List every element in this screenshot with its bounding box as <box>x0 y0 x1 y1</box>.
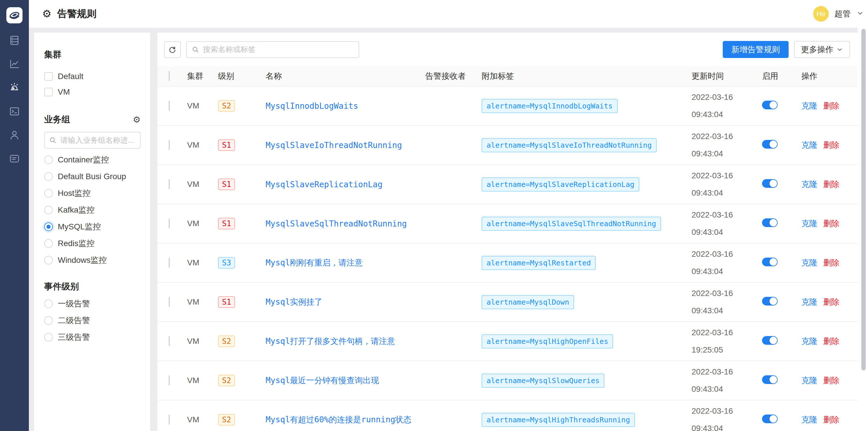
add-rule-button[interactable]: 新增告警规则 <box>723 41 788 58</box>
enable-toggle[interactable] <box>762 140 778 148</box>
radio-option[interactable]: Host监控 <box>44 185 141 202</box>
enable-toggle[interactable] <box>762 179 778 188</box>
radio-icon[interactable] <box>44 206 53 214</box>
row-checkbox[interactable] <box>168 219 170 229</box>
rule-name-link[interactable]: Mysql刚刚有重启，请注意 <box>266 258 363 267</box>
delete-link[interactable]: 删除 <box>823 297 839 307</box>
nav-infrastructure[interactable] <box>0 29 29 52</box>
enable-toggle[interactable] <box>762 101 778 109</box>
row-cluster: VM <box>187 180 218 189</box>
nav-terminal[interactable] <box>0 100 29 123</box>
updated-date: 2022-03-16 <box>691 329 762 337</box>
enable-toggle[interactable] <box>762 336 778 345</box>
radio-option[interactable]: Kafka监控 <box>44 202 141 219</box>
rules-search-input[interactable] <box>203 45 354 54</box>
radio-option[interactable]: Redis监控 <box>44 235 141 252</box>
rule-name-link[interactable]: Mysql实例挂了 <box>266 297 322 307</box>
server-stack-icon <box>9 35 20 46</box>
delete-link[interactable]: 删除 <box>823 218 839 229</box>
event-level-filter-list: 一级告警二级告警三级告警 <box>44 295 141 345</box>
refresh-button[interactable] <box>164 41 181 58</box>
table-toolbar: 新增告警规则 更多操作 <box>157 33 858 66</box>
busi-group-search <box>44 132 141 148</box>
table-row: VM S2 Mysql有超过60%的连接是running状态 alertname… <box>157 400 858 431</box>
delete-link[interactable]: 删除 <box>823 179 839 190</box>
scrollbar-thumb[interactable] <box>861 29 866 370</box>
checkbox-icon[interactable] <box>44 72 53 81</box>
checkbox-icon[interactable] <box>44 88 53 96</box>
radio-option[interactable]: Default Busi Group <box>44 168 141 185</box>
clone-link[interactable]: 克隆 <box>801 140 817 151</box>
rule-name-link[interactable]: Mysql最近一分钟有慢查询出现 <box>266 376 379 385</box>
radio-icon[interactable] <box>44 239 53 248</box>
busi-group-search-input[interactable] <box>60 136 136 145</box>
enable-toggle[interactable] <box>762 415 778 423</box>
rule-name-link[interactable]: Mysql打开了很多文件句柄，请注意 <box>266 336 395 346</box>
radio-icon[interactable] <box>44 172 53 181</box>
clone-link[interactable]: 克隆 <box>801 297 817 307</box>
updated-date: 2022-03-16 <box>691 250 762 258</box>
radio-icon[interactable] <box>44 299 53 308</box>
delete-link[interactable]: 删除 <box>823 257 839 268</box>
nav-users[interactable] <box>0 123 29 147</box>
rule-name-link[interactable]: MysqlSlaveSqlThreadNotRunning <box>266 219 407 229</box>
row-checkbox[interactable] <box>168 101 170 111</box>
radio-icon[interactable] <box>44 333 53 341</box>
tag-chip: alertname=MysqlSlaveIoThreadNotRunning <box>482 138 657 152</box>
rule-name-link[interactable]: MysqlInnodbLogWaits <box>266 101 358 111</box>
busi-group-settings-gear-icon[interactable]: ⚙ <box>133 115 141 124</box>
clone-link[interactable]: 克隆 <box>801 179 817 190</box>
updated-clock: 09:43:04 <box>691 189 762 197</box>
row-checkbox[interactable] <box>168 415 170 425</box>
radio-icon[interactable] <box>44 156 53 164</box>
clone-link[interactable]: 克隆 <box>801 375 817 386</box>
enable-toggle[interactable] <box>762 219 778 227</box>
radio-icon[interactable] <box>44 223 53 231</box>
row-updated-time: 2022-03-16 09:43:04 <box>691 93 762 119</box>
row-checkbox[interactable] <box>168 179 170 189</box>
delete-link[interactable]: 删除 <box>823 140 839 151</box>
radio-icon[interactable] <box>44 316 53 325</box>
clone-link[interactable]: 克隆 <box>801 414 817 425</box>
radio-option[interactable]: 二级告警 <box>44 312 141 329</box>
radio-icon[interactable] <box>44 256 53 265</box>
enable-toggle[interactable] <box>762 258 778 266</box>
updated-clock: 09:43:04 <box>691 150 762 158</box>
clone-link[interactable]: 克隆 <box>801 218 817 229</box>
delete-link[interactable]: 删除 <box>823 100 839 111</box>
row-checkbox[interactable] <box>168 258 170 268</box>
clone-link[interactable]: 克隆 <box>801 336 817 347</box>
select-all-checkbox[interactable] <box>168 71 170 81</box>
rule-name-link[interactable]: MysqlSlaveIoThreadNotRunning <box>266 140 402 150</box>
nav-alerts[interactable] <box>0 76 29 100</box>
radio-option[interactable]: 一级告警 <box>44 295 141 312</box>
row-checkbox[interactable] <box>168 297 170 307</box>
clone-link[interactable]: 克隆 <box>801 257 817 268</box>
more-actions-button[interactable]: 更多操作 <box>794 41 850 58</box>
rule-name-link[interactable]: MysqlSlaveReplicationLag <box>266 180 382 189</box>
clone-link[interactable]: 克隆 <box>801 100 817 111</box>
rule-name-link[interactable]: Mysql有超过60%的连接是running状态 <box>266 415 411 424</box>
delete-link[interactable]: 删除 <box>823 336 839 347</box>
row-checkbox[interactable] <box>168 140 170 150</box>
enable-toggle[interactable] <box>762 375 778 384</box>
nav-metrics[interactable] <box>0 52 29 76</box>
row-checkbox[interactable] <box>168 336 170 346</box>
user-menu[interactable]: He 超管 <box>813 0 864 28</box>
radio-icon[interactable] <box>44 189 53 198</box>
checkbox-option[interactable]: Default <box>44 69 141 84</box>
tag-chip: alertname=MysqlHighThreadsRunning <box>482 413 635 427</box>
delete-link[interactable]: 删除 <box>823 375 839 386</box>
delete-link[interactable]: 删除 <box>823 414 839 425</box>
row-checkbox[interactable] <box>168 375 170 386</box>
rules-search <box>186 41 359 58</box>
radio-option-label: 一级告警 <box>58 298 90 309</box>
nav-docs[interactable] <box>0 147 29 170</box>
checkbox-option[interactable]: VM <box>44 84 141 100</box>
radio-option[interactable]: Container监控 <box>44 152 141 168</box>
radio-option[interactable]: 三级告警 <box>44 329 141 345</box>
leaf-logo-icon <box>8 9 21 22</box>
radio-option[interactable]: MySQL监控 <box>44 219 141 235</box>
radio-option[interactable]: Windows监控 <box>44 252 141 269</box>
enable-toggle[interactable] <box>762 297 778 305</box>
